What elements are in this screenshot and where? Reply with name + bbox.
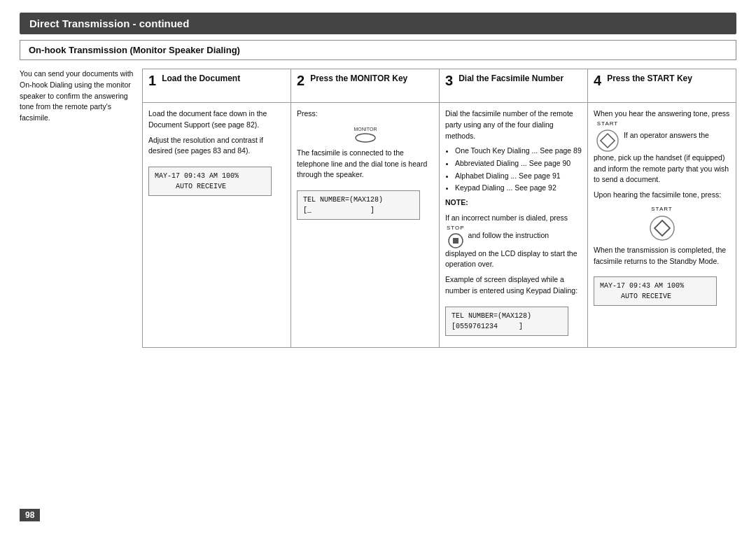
monitor-icon: MONITOR [297,124,433,143]
list-item: Alphabet Dialing ... See page 91 [455,171,582,181]
step-3-column: 3 Dial the Facsimile Number Dial the fac… [440,69,588,347]
step-3-example: Example of screen displayed while a numb… [445,274,582,297]
step-4-body1: When you hear the answering tone, press … [594,108,730,185]
step-2-number: 2 [297,73,304,87]
step-4-number: 4 [594,73,601,87]
step-3-body: Dial the facsimile number of the remote … [440,103,587,347]
step-4-title: Press the START Key [607,73,692,85]
steps-container: 1 Load the Document Load the document fa… [142,69,736,348]
step-1-para-2: Adjust the resolution and contrast if de… [148,135,285,157]
step-3-intro: Dial the facsimile number of the remote … [445,108,582,141]
page-number: 98 [20,509,40,521]
step-1-number: 1 [148,73,156,87]
step-3-bullet-list: One Touch Key Dialing ... See page 89 Ab… [445,146,582,193]
svg-marker-5 [601,134,615,148]
step-1-body: Load the document face down in the Docum… [143,103,290,347]
step-4-body3: When the transmission is completed, the … [594,245,730,267]
step-4-header: 4 Press the START Key [588,69,736,103]
step-3-note-label: NOTE: [445,198,468,206]
page-title: Direct Transmission - continued [20,13,736,34]
step-1-header: 1 Load the Document [143,69,290,103]
start-button-block: START [594,205,730,241]
start-button-inline-1: START [596,120,620,153]
step-2-lcd: TEL NUMBER=(MAX128) [_ ] [297,190,420,220]
step-3-note-text: If an incorrect number is dialed, press … [445,213,582,270]
list-item: Abbreviated Dialing ... See page 90 [455,158,582,169]
step-4-column: 4 Press the START Key When you hear the … [588,69,736,347]
stop-button-icon: STOP [447,224,465,248]
intro-text: You can send your documents with On-hook… [20,69,135,124]
step-1-column: 1 Load the Document Load the document fa… [143,69,291,347]
list-item: Keypad Dialing ... See page 92 [455,183,582,193]
svg-rect-3 [453,238,458,244]
step-1-title: Load the Document [162,73,240,85]
svg-marker-7 [654,220,670,236]
step-2-column: 2 Press the MONITOR Key Press: MONITOR T… [291,69,440,347]
step-2-press-label: Press: [297,108,433,120]
step-4-lcd: MAY-17 09:43 AM 100% AUTO RECEIVE [594,276,717,306]
step-3-number: 3 [445,73,453,87]
start-label-block: START [651,205,672,213]
step-1-para-1: Load the document face down in the Docum… [148,108,285,131]
step-4-body: When you hear the answering tone, press … [588,103,736,347]
step-2-title: Press the MONITOR Key [310,73,407,85]
list-item: One Touch Key Dialing ... See page 89 [455,146,582,156]
svg-text:MONITOR: MONITOR [354,127,377,132]
step-2-note: The facsimile is connected to the teleph… [297,148,433,181]
svg-point-1 [356,134,375,142]
step-3-header: 3 Dial the Facsimile Number [440,69,587,103]
step-3-title: Dial the Facsimile Number [458,73,564,85]
section-title: On-hook Transmission (Monitor Speaker Di… [20,40,736,60]
step-4-body2: Upon hearing the facsimile tone, press: [594,190,730,201]
step-3-lcd: TEL NUMBER=(MAX128) [0559761234 ] [445,307,568,336]
intro-column: You can send your documents with On-hook… [20,69,142,348]
step-2-header: 2 Press the MONITOR Key [291,69,439,103]
step-1-lcd: MAY-17 09:43 AM 100% AUTO RECEIVE [148,167,272,196]
step-2-body: Press: MONITOR The facsimile is connecte… [291,103,439,347]
